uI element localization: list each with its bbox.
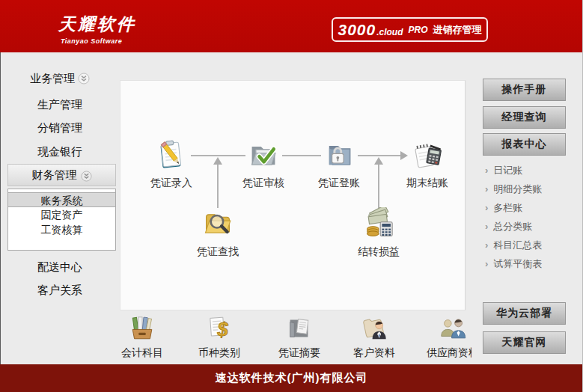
link-subject-summary[interactable]: ›科目汇总表 [485,236,579,254]
link-label: 试算平衡表 [493,258,542,269]
flow-step-label: 凭证录入 [138,177,205,190]
product-cloud: .cloud [376,27,403,37]
flow-step-voucher-posting[interactable]: 凭证登账 [305,138,373,190]
link-label: 日记账 [493,165,522,176]
voucher-search-icon [201,207,234,240]
sidebar-item-finance-selected[interactable]: 财务管理 [7,164,116,186]
flow-step-label: 期末结账 [394,177,461,190]
flow-step-profit-carryover[interactable]: 结转损益 [345,207,412,259]
flow-connectors [120,81,465,310]
company-name: 速达软件技术(广州)有限公司 [216,371,368,385]
flow-step-label: 结转损益 [345,245,412,259]
quick-access-row: 会计科目 $ 币种类别 凭证摘要 [120,314,471,359]
chevron-down-circle-icon [78,74,90,87]
sidebar-item-business[interactable]: 业务管理 [0,71,120,86]
manual-button[interactable]: 操作手册 [483,79,566,101]
quick-item-label: 凭证摘要 [263,346,335,359]
quick-item-label: 币种类别 [183,346,255,359]
product-number: 3000 [338,21,376,39]
finance-submenu: 账务系统 固定资产 工资核算 [7,189,116,251]
quick-item-customer-info[interactable]: 客户资料 [338,314,410,359]
chevron-right-icon: › [485,239,488,251]
sidebar-item-crm[interactable]: 客户关系 [0,283,120,298]
product-pro: PRO [409,25,428,35]
manager-query-button[interactable]: 经理查询 [483,106,566,129]
sidebar-item-label: 财务管理 [32,168,77,183]
link-trial-balance[interactable]: ›试算平衡表 [485,254,579,273]
svg-text:$: $ [217,319,229,340]
workflow-panel: 凭证录入 凭证审核 凭证登账 [120,80,466,310]
quick-item-label: 供应商资料 [417,346,471,359]
link-general-ledger[interactable]: ›总分类账 [485,217,579,236]
link-multi-column-ledger[interactable]: ›多栏账 [485,198,579,217]
chevron-right-icon: › [485,258,488,269]
link-label: 多栏账 [493,202,522,213]
link-subsidiary-ledger[interactable]: ›明细分类账 [485,180,579,198]
quick-item-label: 会计科目 [120,346,178,359]
link-journal[interactable]: ›日记账 [485,161,579,180]
quick-item-label: 客户资料 [338,346,410,359]
sidebar-item-cash-bank[interactable]: 现金银行 [0,144,120,159]
profit-carryover-icon [362,207,395,240]
flow-step-label: 凭证登账 [305,177,373,190]
chevron-right-icon: › [485,183,488,195]
sidebar-item-label: 分销管理 [37,121,82,134]
submenu-item-fixed-assets[interactable]: 固定资产 [8,207,115,222]
voucher-summary-icon [285,314,314,343]
footer-bar: 速达软件技术(广州)有限公司 [0,364,583,392]
supplier-info-icon [439,314,467,343]
sidebar-item-distribution[interactable]: 分销管理 [0,120,120,135]
quick-item-voucher-summary[interactable]: 凭证摘要 [263,314,335,359]
product-badge: 3000 .cloud PRO 进销存管理 [332,17,488,42]
quick-item-account-subjects[interactable]: 会计科目 [120,314,178,359]
brand-logo: 天耀软件 Tianyao Software [58,13,136,45]
sidebar-item-label: 配送中心 [37,260,82,273]
currency-types-icon: $ [205,314,233,343]
chevron-right-icon: › [485,221,488,232]
link-label: 科目汇总表 [493,239,542,251]
product-name: 进销存管理 [433,23,482,37]
sidebar-item-delivery[interactable]: 配送中心 [0,260,120,275]
flow-step-label: 凭证审核 [230,177,297,190]
quick-item-currency-types[interactable]: $ 币种类别 [183,314,255,359]
flow-step-label: 凭证查找 [184,245,251,259]
quick-item-supplier-info[interactable]: 供应商资料 [417,314,471,359]
sidebar-item-label: 业务管理 [30,72,75,85]
flow-step-voucher-audit[interactable]: 凭证审核 [230,138,297,190]
chevron-double-down-icon [81,169,92,182]
flow-step-voucher-search[interactable]: 凭证查找 [184,207,251,259]
chevron-right-icon: › [485,165,488,176]
voucher-entry-icon [155,138,188,171]
account-subjects-icon [128,314,156,343]
sidebar-item-label: 生产管理 [37,98,82,111]
huawei-cloud-button[interactable]: 华为云部署 [483,302,566,325]
official-site-button[interactable]: 天耀官网 [483,331,566,354]
sidebar-item-label: 客户关系 [37,284,82,296]
customer-info-icon [360,314,388,343]
voucher-posting-icon [323,138,355,171]
brand-subtitle: Tianyao Software [58,37,136,45]
link-label: 总分类账 [493,221,532,232]
period-end-closing-icon [411,138,444,171]
header-bar: 天耀软件 Tianyao Software 3000 .cloud PRO 进销… [0,0,583,52]
voucher-audit-icon [247,138,280,171]
flow-step-voucher-entry[interactable]: 凭证录入 [138,138,205,190]
app-window: 天耀软件 Tianyao Software 3000 .cloud PRO 进销… [0,0,583,392]
link-label: 明细分类账 [493,183,542,195]
chevron-right-icon: › [485,202,488,213]
flow-step-period-end-closing[interactable]: 期末结账 [394,138,461,190]
submenu-item-payroll[interactable]: 工资核算 [8,222,115,237]
report-center-button[interactable]: 报表中心 [483,133,566,156]
sidebar-item-production[interactable]: 生产管理 [0,97,120,112]
brand-title: 天耀软件 [58,13,136,36]
submenu-item-accounting-system[interactable]: 账务系统 [8,192,115,207]
sidebar-item-label: 现金银行 [37,145,82,158]
